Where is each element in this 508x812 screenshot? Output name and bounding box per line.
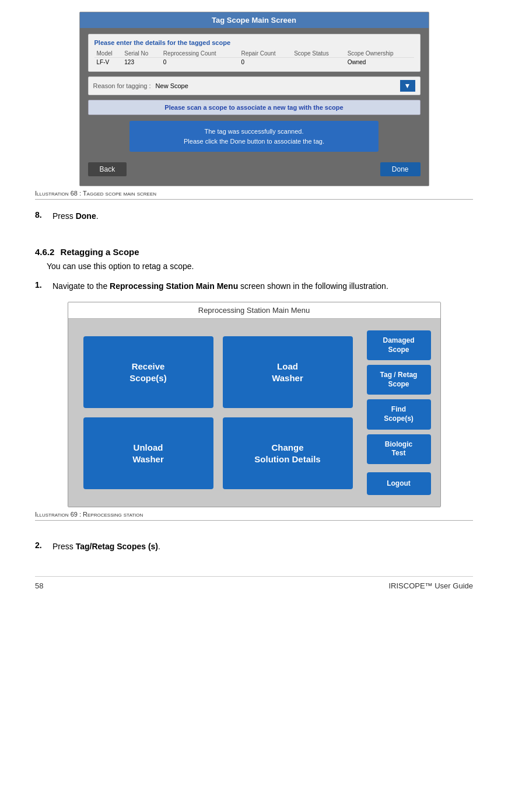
damaged-scope-button[interactable]: DamagedScope xyxy=(367,330,431,360)
col-model: Model xyxy=(94,50,122,58)
cell-ownership: Owned xyxy=(345,58,414,67)
caption-number: 68 xyxy=(71,190,78,197)
step-1-line: 1. Navigate to the Reprocessing Station … xyxy=(35,280,473,292)
screenshot-footer: Back Done xyxy=(88,158,421,177)
caption-68: Illustration 68 : Tagged scope main scre… xyxy=(35,190,473,200)
caption-text: : Tagged scope main screen xyxy=(79,190,156,197)
step-8-block: 8. Press Done. xyxy=(35,210,473,222)
step-2-text: Press Tag/Retag Scopes (s). xyxy=(52,541,160,553)
tag-scope-title: Tag Scope Main Screen xyxy=(80,12,429,28)
step-1-text: Navigate to the Reprocessing Station Mai… xyxy=(52,280,388,292)
step-1-block: 1. Navigate to the Reprocessing Station … xyxy=(35,280,473,292)
step-2-line: 2. Press Tag/Retag Scopes (s). xyxy=(35,541,473,553)
tag-retag-scope-button[interactable]: Tag / RetagScope xyxy=(367,365,431,395)
tag-retag-bold: Tag/Retag Scopes (s) xyxy=(76,542,158,551)
section-title: Retagging a Scope xyxy=(61,247,139,257)
rp-sidebar: DamagedScope Tag / RetagScope FindScope(… xyxy=(367,330,431,495)
scope-info-header: Please enter the details for the tagged … xyxy=(94,39,414,46)
scope-info-box: Please enter the details for the tagged … xyxy=(88,34,421,72)
step-2-block: 2. Press Tag/Retag Scopes (s). xyxy=(35,541,473,553)
scan-prompt: Please scan a scope to associate a new t… xyxy=(88,100,421,115)
rp-body: ReceiveScope(s) LoadWasher UnloadWasher … xyxy=(68,319,440,507)
col-repair: Repair Count xyxy=(239,50,292,58)
back-button[interactable]: Back xyxy=(88,162,127,176)
col-ownership: Scope Ownership xyxy=(345,50,414,58)
section-intro-text: You can use this option to retag a scope… xyxy=(47,262,473,271)
caption69-prefix: Illustration xyxy=(35,511,69,518)
col-reprocess: Reprocessing Count xyxy=(161,50,239,58)
done-bold: Done xyxy=(76,211,96,221)
done-button[interactable]: Done xyxy=(380,162,421,176)
rp-screenshot: Reprocessing Station Main Menu ReceiveSc… xyxy=(68,302,441,507)
brand-name: IRISCOPE™ User Guide xyxy=(389,581,474,590)
step-2-num: 2. xyxy=(35,541,47,553)
page-number: 58 xyxy=(35,581,43,590)
receive-scope-button[interactable]: ReceiveScope(s) xyxy=(83,336,213,408)
unload-washer-button[interactable]: UnloadWasher xyxy=(83,417,213,489)
rp-main-buttons: ReceiveScope(s) LoadWasher UnloadWasher … xyxy=(78,330,359,495)
biologic-test-button[interactable]: BiologicTest xyxy=(367,434,431,464)
section-462-heading: 4.6.2 Retagging a Scope xyxy=(35,247,473,257)
rp-title: Reprocessing Station Main Menu xyxy=(68,302,440,319)
cell-status xyxy=(292,58,345,67)
step-8-text: Press Done. xyxy=(52,210,99,222)
tag-scope-screenshot: Tag Scope Main Screen Please enter the d… xyxy=(79,12,429,186)
page-footer: 58 IRISCOPE™ User Guide xyxy=(35,576,473,590)
caption69-text: : Reprocessing station xyxy=(79,511,143,518)
step-1-num: 1. xyxy=(35,280,47,292)
success-message: The tag was successfully scanned. Please… xyxy=(129,121,379,152)
col-status: Scope Status xyxy=(292,50,345,58)
reason-label: Reason for tagging : xyxy=(93,82,151,89)
step-8-line: 8. Press Done. xyxy=(35,210,473,222)
change-solution-button[interactable]: ChangeSolution Details xyxy=(223,417,353,489)
cell-repair: 0 xyxy=(239,58,292,67)
section-intro: You can use this option to retag a scope… xyxy=(35,262,473,271)
reason-dropdown-btn[interactable]: ▼ xyxy=(400,80,415,92)
reason-value: New Scope xyxy=(156,82,400,89)
step-8-num: 8. xyxy=(35,210,47,222)
logout-button[interactable]: Logout xyxy=(367,472,431,496)
find-scope-button[interactable]: FindScope(s) xyxy=(367,399,431,429)
col-serial: Serial No xyxy=(122,50,161,58)
cell-model: LF-V xyxy=(94,58,122,67)
scope-table: Model Serial No Reprocessing Count Repai… xyxy=(94,50,414,67)
caption69-number: 69 xyxy=(71,511,78,518)
reason-row: Reason for tagging : New Scope ▼ xyxy=(88,76,421,95)
caption-prefix: Illustration xyxy=(35,190,69,197)
rp-menu-bold: Reprocessing Station Main Menu xyxy=(110,281,238,291)
cell-reprocess: 0 xyxy=(161,58,239,67)
cell-serial: 123 xyxy=(122,58,161,67)
load-washer-button[interactable]: LoadWasher xyxy=(223,336,353,408)
section-num: 4.6.2 xyxy=(35,247,54,257)
caption-69: Illustration 69 : Reprocessing station xyxy=(35,511,473,521)
